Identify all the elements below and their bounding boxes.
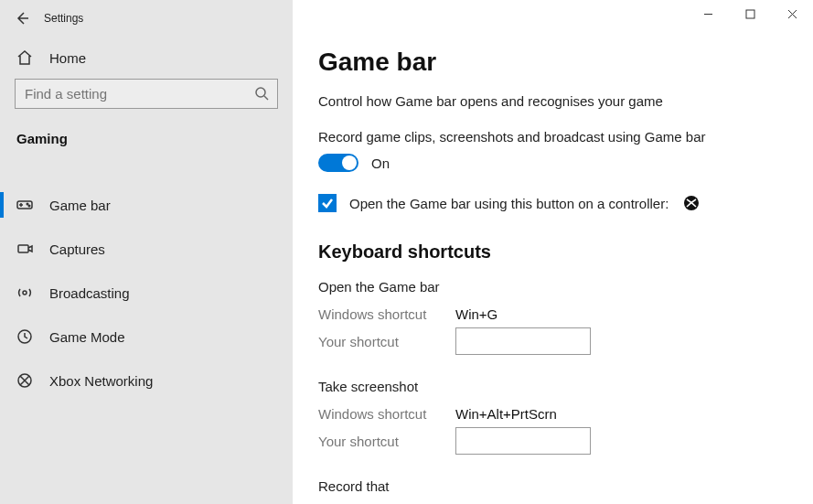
- search-input[interactable]: [15, 79, 278, 109]
- svg-point-2: [27, 203, 28, 205]
- record-toggle-row: On: [318, 154, 787, 172]
- svg-rect-8: [746, 10, 754, 18]
- nav-list: Game bar Captures Broadcasting Game Mode: [0, 183, 293, 402]
- nav-label: Game bar: [49, 198, 111, 213]
- broadcasting-icon: [16, 284, 33, 301]
- close-button[interactable]: [771, 0, 813, 27]
- kb-group-title: Take screenshot: [318, 379, 787, 394]
- minimize-icon: [703, 9, 713, 19]
- back-arrow-icon: [15, 11, 29, 26]
- windows-shortcut-value: Win+G: [455, 306, 497, 322]
- nav-label: Xbox Networking: [49, 373, 153, 389]
- kb-group-screenshot: Take screenshot Windows shortcut Win+Alt…: [318, 379, 787, 455]
- nav-game-bar[interactable]: Game bar: [0, 183, 293, 227]
- windows-shortcut-label: Windows shortcut: [318, 306, 455, 322]
- window-title: Settings: [44, 12, 83, 25]
- kb-group-title: Record that: [318, 478, 787, 494]
- your-shortcut-input[interactable]: [455, 327, 591, 355]
- nav-broadcasting[interactable]: Broadcasting: [0, 271, 293, 315]
- svg-point-0: [256, 88, 265, 97]
- kb-group-title: Open the Game bar: [318, 279, 787, 295]
- nav-xbox-networking[interactable]: Xbox Networking: [0, 359, 293, 402]
- xbox-icon: [683, 195, 700, 211]
- check-icon: [321, 197, 334, 209]
- your-shortcut-label: Your shortcut: [318, 334, 455, 349]
- nav-label: Broadcasting: [49, 285, 130, 301]
- content-pane: Game bar Control how Game bar opens and …: [293, 0, 813, 504]
- home-nav[interactable]: Home: [0, 37, 293, 79]
- search-icon: [254, 86, 269, 101]
- controller-checkbox[interactable]: [318, 194, 337, 212]
- window-controls: [687, 0, 813, 27]
- xbox-networking-icon: [16, 372, 33, 389]
- home-icon: [16, 49, 33, 66]
- svg-point-5: [23, 291, 27, 295]
- game-bar-icon: [16, 197, 33, 213]
- windows-shortcut-value: Win+Alt+PrtScrn: [455, 406, 557, 422]
- game-mode-icon: [16, 328, 33, 345]
- toggle-state: On: [371, 155, 390, 171]
- home-label: Home: [49, 50, 86, 66]
- maximize-button[interactable]: [729, 0, 771, 27]
- svg-point-3: [28, 205, 30, 207]
- keyboard-shortcuts-heading: Keyboard shortcuts: [318, 241, 787, 263]
- page-title: Game bar: [318, 48, 787, 77]
- close-icon: [787, 9, 797, 19]
- controller-check-row: Open the Game bar using this button on a…: [318, 194, 787, 212]
- your-shortcut-input[interactable]: [455, 427, 591, 455]
- svg-rect-4: [18, 245, 28, 252]
- maximize-icon: [745, 9, 755, 19]
- kb-group-open: Open the Game bar Windows shortcut Win+G…: [318, 279, 787, 355]
- search-container: [0, 79, 293, 125]
- record-option-label: Record game clips, screenshots and broad…: [318, 129, 787, 145]
- nav-game-mode[interactable]: Game Mode: [0, 315, 293, 359]
- minimize-button[interactable]: [687, 0, 729, 27]
- record-toggle[interactable]: [318, 154, 358, 172]
- kb-group-record-that: Record that Windows shortcut Win+Alt+G: [318, 478, 787, 504]
- nav-captures[interactable]: Captures: [0, 227, 293, 271]
- nav-label: Captures: [49, 241, 105, 257]
- captures-icon: [16, 241, 33, 257]
- controller-check-label: Open the Game bar using this button on a…: [349, 196, 669, 211]
- page-subtext: Control how Game bar opens and recognise…: [318, 93, 787, 109]
- section-label: Gaming: [0, 125, 293, 157]
- your-shortcut-label: Your shortcut: [318, 434, 455, 449]
- sidebar: Settings Home Gaming Game bar: [0, 0, 293, 504]
- nav-label: Game Mode: [49, 329, 125, 345]
- back-button[interactable]: [0, 11, 44, 26]
- windows-shortcut-label: Windows shortcut: [318, 406, 455, 422]
- titlebar: Settings: [0, 0, 293, 37]
